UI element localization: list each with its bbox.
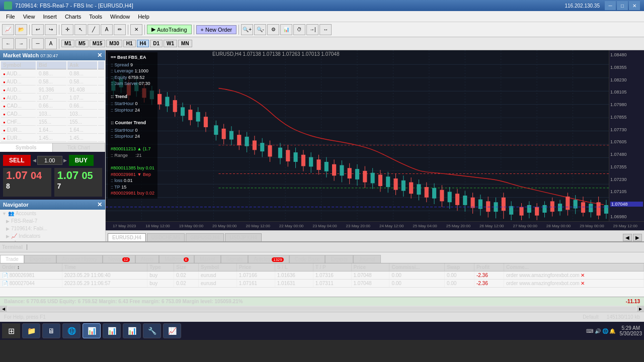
taskbar-settings[interactable]: 🔧: [143, 323, 161, 338]
tab-symbols[interactable]: Symbols: [0, 143, 53, 152]
th-size[interactable]: Size: [174, 263, 199, 272]
menu-window[interactable]: Window: [106, 13, 134, 21]
menu-tools[interactable]: Tools: [85, 13, 106, 21]
chart-properties-button[interactable]: ⚙: [267, 24, 279, 35]
taskbar-mt4-1[interactable]: 📊: [83, 323, 101, 338]
chart-tab-gbpusd[interactable]: GBPUSD,H4: [186, 233, 224, 241]
chart-tab-usdchf[interactable]: USDCHF,M5: [147, 233, 185, 241]
tf-h1[interactable]: H1: [123, 40, 136, 47]
term-tab-market[interactable]: Market: [194, 255, 221, 263]
term-tab-exposure[interactable]: Exposure: [24, 255, 56, 263]
list-item[interactable]: ● EUR...1.64...1.64...: [1, 127, 104, 134]
th-profit[interactable]: Profit: [474, 263, 504, 272]
th-order[interactable]: Order ↕: [0, 263, 62, 272]
maximize-button[interactable]: □: [617, 1, 628, 10]
th-commission[interactable]: Commissi...: [389, 263, 444, 272]
menu-charts[interactable]: Charts: [61, 13, 85, 21]
redo-button[interactable]: ↪: [45, 24, 57, 35]
arrow-left-button[interactable]: ←: [2, 38, 14, 49]
tf-h4[interactable]: H4: [137, 40, 149, 47]
lot-size-input[interactable]: [37, 156, 62, 165]
text-tool-button[interactable]: A: [45, 38, 57, 49]
chart-shift-button[interactable]: →|: [306, 24, 318, 35]
nav-account2[interactable]: ▶ 7109614: Fabi...: [0, 225, 105, 232]
term-tab-news[interactable]: News 12: [103, 255, 135, 263]
tf-d1[interactable]: D1: [150, 40, 163, 47]
th-time[interactable]: Time: [62, 263, 147, 272]
list-item[interactable]: ● AUD...0.88...0.88...: [1, 70, 104, 77]
th-price2[interactable]: Price: [351, 263, 389, 272]
tf-w1[interactable]: W1: [164, 40, 177, 47]
th-swap[interactable]: Swap: [444, 263, 474, 272]
start-button[interactable]: ⊞: [2, 323, 20, 338]
tf-m15[interactable]: M15: [90, 40, 105, 47]
new-chart-button[interactable]: 📈: [2, 24, 14, 35]
nav-account1[interactable]: ▶ FBS-Real-7: [0, 217, 105, 225]
sell-button[interactable]: SELL: [3, 155, 31, 166]
open-button[interactable]: 📂: [15, 24, 27, 35]
menu-file[interactable]: File: [2, 13, 19, 21]
lot-down-arrow[interactable]: ◀: [33, 158, 36, 163]
market-watch-close[interactable]: ✕: [97, 52, 102, 59]
term-tab-signals[interactable]: Signals: [221, 255, 249, 263]
th-comment[interactable]: Comme...: [504, 263, 643, 272]
taskbar-file-explorer[interactable]: 📁: [22, 323, 40, 338]
taskbar-chart-app[interactable]: 📈: [163, 323, 181, 338]
arrow-right-button[interactable]: →: [15, 38, 27, 49]
new-order-button[interactable]: + New Order: [196, 25, 237, 34]
term-tab-journal[interactable]: Journal: [353, 255, 381, 263]
lot-up-arrow[interactable]: ▶: [63, 158, 67, 163]
scroll-right-button[interactable]: ▶: [637, 306, 644, 312]
menu-insert[interactable]: Insert: [39, 13, 61, 21]
crosshair-button[interactable]: ✛: [61, 24, 73, 35]
delete-button[interactable]: ✕: [130, 24, 142, 35]
term-tab-account-history[interactable]: Account History: [56, 255, 103, 263]
term-tab-articles[interactable]: Articles 1329: [248, 255, 289, 263]
term-tab-codebase[interactable]: Code Base: [289, 255, 325, 263]
th-type[interactable]: Type: [147, 263, 174, 272]
autoscroll-button[interactable]: ↔: [319, 24, 332, 35]
tf-mn[interactable]: MN: [178, 40, 192, 47]
pen-button[interactable]: ✏: [114, 24, 126, 35]
text-button[interactable]: A: [101, 24, 113, 35]
cursor-button[interactable]: ↖: [74, 24, 87, 35]
chart-main[interactable]: == Best FBS_EA :: Spread 9 :: Leverage 1…: [106, 50, 644, 221]
navigator-close[interactable]: ✕: [97, 201, 102, 208]
tab-tick-chart[interactable]: Tick Chart: [53, 143, 106, 152]
nav-expert-advisors[interactable]: ▼ 🤖 Expert Advisors: [0, 240, 105, 241]
scrollbar-track[interactable]: [8, 307, 636, 311]
zoom-out-button[interactable]: 🔍-: [254, 24, 266, 35]
indicator-button[interactable]: 📊: [280, 24, 292, 35]
menu-view[interactable]: View: [19, 13, 39, 21]
autotrading-button[interactable]: ▶ AutoTrading: [147, 25, 192, 34]
buy-button[interactable]: BUY: [69, 155, 94, 166]
taskbar-browser-chrome[interactable]: 🌐: [62, 323, 80, 338]
chart-tab-eurusd[interactable]: EURUSD,H4: [108, 233, 146, 241]
term-tab-experts[interactable]: Experts: [325, 255, 353, 263]
list-item[interactable]: ● CAD...103...103...: [1, 111, 104, 118]
minimize-button[interactable]: ─: [605, 1, 616, 10]
period-button[interactable]: ⏱: [293, 24, 305, 35]
list-item[interactable]: ● EUR...1.45...1.45...: [1, 135, 104, 142]
candlestick-chart[interactable]: [106, 50, 609, 221]
list-item[interactable]: ● CAD...0.66...0.66...: [1, 103, 104, 110]
term-tab-mailbox[interactable]: Mailbox 6: [159, 255, 194, 263]
th-price[interactable]: Price: [236, 263, 275, 272]
line-tool-button[interactable]: ─: [32, 38, 44, 49]
close-order-2[interactable]: ✕: [581, 281, 585, 286]
line-button[interactable]: ╱: [88, 24, 100, 35]
nav-indicators[interactable]: ▶ 📈 Indicators: [0, 232, 105, 240]
tab-scroll-left[interactable]: ◀: [623, 234, 632, 241]
bottom-scrollbar[interactable]: ◀ ▶: [0, 306, 644, 312]
taskbar-mt4-2[interactable]: 📊: [103, 323, 121, 338]
zoom-in-button[interactable]: 🔍+: [241, 24, 253, 35]
th-tp[interactable]: T / P: [313, 263, 351, 272]
undo-button[interactable]: ↩: [32, 24, 44, 35]
chart-tab-usdjpy[interactable]: USDJPY,H4: [225, 233, 261, 241]
tab-scroll-right[interactable]: ▶: [633, 234, 642, 241]
term-tab-alerts[interactable]: Alerts: [135, 255, 159, 263]
list-item[interactable]: ● AUD...0.58...0.58...: [1, 78, 104, 85]
taskbar-computer[interactable]: 🖥: [42, 323, 60, 338]
tf-m30[interactable]: M30: [106, 40, 122, 47]
tf-m1[interactable]: M1: [61, 40, 74, 47]
